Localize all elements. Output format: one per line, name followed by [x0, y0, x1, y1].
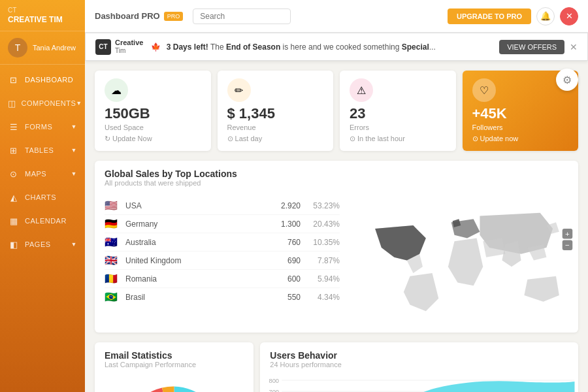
flag-au: 🇦🇺 [105, 237, 119, 247]
chevron-down-icon: ▼ [71, 147, 77, 154]
email-stats-card: Email Statistics Last Campaign Performan… [95, 342, 253, 392]
followers-icon: ♡ [472, 78, 496, 102]
sidebar-item-label: FORMS [25, 123, 52, 131]
calendar-icon: ▦ [8, 215, 20, 227]
global-sales-card: Global Sales by Top Locations All produc… [95, 161, 578, 333]
sidebar-item-label: CHARTS [25, 193, 56, 201]
sidebar-item-components[interactable]: ◫ COMPONENTS ▼ [0, 91, 85, 115]
flag-gb: 🇬🇧 [105, 255, 119, 265]
country-name: Brasil [125, 293, 261, 302]
notif-logo: CT Creative Tim [95, 39, 143, 55]
notif-text: 🍁 3 Days left! The End of Season is here… [151, 42, 493, 52]
country-name: Australia [125, 238, 261, 247]
chevron-down-icon: ▼ [71, 171, 77, 177]
sidebar-item-label: PAGES [25, 240, 51, 248]
sidebar-item-label: TABLES [25, 146, 54, 154]
sales-count: 550 [261, 293, 301, 302]
errors-icon: ⚠ [350, 78, 373, 102]
topbar: Dashboard PRO PRO UPGRADE TO PRO 🔔 ✕ [85, 0, 588, 33]
pro-badge: PRO [164, 12, 184, 21]
sidebar-brand: CREATIVE TIM [8, 15, 63, 24]
errors-sub: ⊙ In the last hour [350, 135, 446, 143]
topbar-actions: UPGRADE TO PRO 🔔 ✕ [448, 7, 578, 25]
sidebar-user[interactable]: T Tania Andrew [0, 31, 85, 65]
search-input[interactable] [193, 8, 291, 24]
sales-table: 🇺🇸 USA 2.920 53.23% 🇩🇪 Germany 1.300 20.… [95, 197, 350, 326]
sales-pct: 4.34% [301, 293, 340, 302]
sidebar: CT CREATIVE TIM T Tania Andrew ⊡ DASHBOA… [0, 0, 85, 392]
notif-logo-name: Creative [115, 39, 143, 47]
settings-button[interactable]: ⚙ [556, 69, 578, 91]
world-map: + − [350, 197, 578, 326]
sidebar-item-label: COMPONENTS [22, 99, 76, 107]
revenue-label: Revenue [227, 123, 324, 131]
sales-count: 600 [261, 274, 301, 284]
followers-sub: ⊙ Update now [472, 135, 569, 143]
email-stats-header: Email Statistics Last Campaign Performan… [95, 342, 253, 372]
sidebar-username: Tania Andrew [33, 44, 76, 52]
pages-icon: ◧ [8, 238, 20, 250]
notif-days-left: 3 Days left! [167, 42, 208, 52]
sales-pct: 5.94% [301, 274, 340, 284]
area-chart-container: 800 700 600 500 400 300 200 100 0 [260, 372, 578, 392]
sales-pct: 20.43% [301, 220, 340, 229]
sales-count: 690 [261, 256, 301, 265]
errors-label: Errors [350, 123, 446, 131]
dashboard-icon: ⊡ [8, 74, 20, 86]
notification-button[interactable]: 🔔 [536, 7, 555, 25]
sidebar-item-charts[interactable]: ◭ CHARTS [0, 186, 85, 209]
forms-icon: ☰ [8, 121, 20, 133]
global-sales-subtitle: All products that were shipped [105, 179, 568, 187]
global-sales-header: Global Sales by Top Locations All produc… [95, 161, 578, 190]
followers-change: +45K [472, 105, 569, 122]
storage-value: 150GB [105, 105, 201, 122]
charts-row: Email Statistics Last Campaign Performan… [95, 342, 578, 392]
sales-pct: 10.35% [301, 238, 340, 247]
table-row: 🇧🇷 Brasil 550 4.34% [105, 288, 340, 306]
sales-count: 2.920 [261, 201, 301, 210]
y-label: 700 [269, 389, 280, 392]
view-offers-button[interactable]: VIEW OFFERS [499, 40, 564, 54]
sidebar-item-forms[interactable]: ☰ FORMS ▼ [0, 115, 85, 139]
sales-pct: 7.87% [301, 256, 340, 265]
chevron-down-icon: ▼ [71, 241, 77, 248]
sidebar-item-calendar[interactable]: ▦ CALENDAR [0, 209, 85, 233]
notification-bar: CT Creative Tim 🍁 3 Days left! The End o… [85, 33, 588, 61]
close-notification-button[interactable]: ✕ [570, 42, 578, 52]
table-row: 🇷🇴 Romania 600 5.94% [105, 270, 340, 288]
close-button[interactable]: ✕ [560, 7, 578, 25]
sidebar-logo-ct: CT [8, 7, 16, 14]
sidebar-item-label: DASHBOARD [25, 76, 73, 84]
sidebar-item-tables[interactable]: ⊞ TABLES ▼ [0, 139, 85, 162]
global-sales-title: Global Sales by Top Locations [105, 169, 568, 179]
storage-icon: ☁ [105, 78, 128, 102]
chevron-down-icon: ▼ [71, 123, 77, 130]
errors-value: 23 [350, 105, 446, 122]
storage-sub: ↻ Update Now [105, 135, 201, 143]
components-icon: ◫ [8, 97, 16, 109]
notif-message: The End of Season is here and we cooked … [210, 42, 436, 52]
email-stats-title: Email Statistics [105, 350, 244, 361]
sidebar-item-label: CALENDAR [25, 217, 67, 225]
y-label: 800 [269, 378, 280, 384]
users-behavior-header: Users Behavior 24 Hours performance [260, 342, 578, 372]
content-area: ☁ 150GB Used Space ↻ Update Now ✏ $ 1,34… [85, 61, 588, 392]
country-name: USA [125, 201, 261, 210]
sidebar-item-maps[interactable]: ⊙ MAPS ▼ [0, 162, 85, 186]
country-name: United Kingdom [125, 256, 261, 265]
pie-chart-container: 53% 36% 11% [95, 372, 253, 392]
charts-icon: ◭ [8, 191, 20, 203]
followers-label: Followers [472, 123, 569, 131]
table-row: 🇺🇸 USA 2.920 53.23% [105, 197, 340, 215]
notif-emoji: 🍁 [151, 42, 161, 52]
avatar: T [8, 38, 27, 57]
upgrade-button[interactable]: UPGRADE TO PRO [448, 8, 531, 24]
table-row: 🇩🇪 Germany 1.300 20.43% [105, 215, 340, 233]
maps-icon: ⊙ [8, 168, 20, 180]
flag-usa: 🇺🇸 [105, 201, 119, 210]
sidebar-item-pages[interactable]: ◧ PAGES ▼ [0, 233, 85, 256]
table-row: 🇬🇧 United Kingdom 690 7.87% [105, 252, 340, 270]
sidebar-item-dashboard[interactable]: ⊡ DASHBOARD [0, 68, 85, 91]
sidebar-item-label: MAPS [25, 170, 46, 178]
stat-card-storage: ☁ 150GB Used Space ↻ Update Now [95, 71, 211, 151]
